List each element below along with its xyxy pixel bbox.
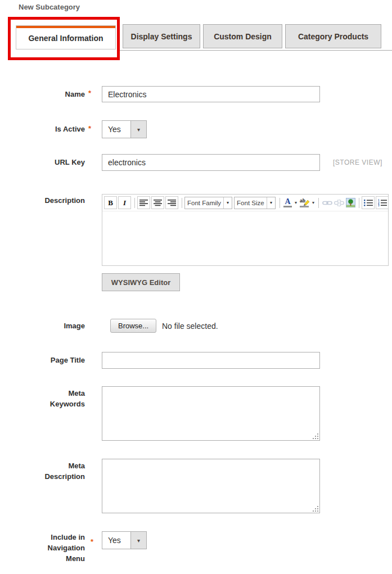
chevron-down-icon: ▾ bbox=[130, 121, 146, 138]
font-size-label: Font Size bbox=[235, 197, 267, 209]
url-key-label: URL Key bbox=[0, 154, 85, 171]
meta-keywords-label: Meta Keywords bbox=[34, 388, 85, 409]
meta-description-textarea[interactable] bbox=[102, 459, 320, 513]
editor-toolbar: B I Font Family ▾ Font Size ▾ bbox=[102, 195, 388, 211]
file-status-text: No file selected. bbox=[162, 319, 218, 333]
align-center-icon[interactable] bbox=[151, 196, 164, 209]
tab-label: Display Settings bbox=[131, 32, 192, 41]
name-input[interactable] bbox=[102, 86, 320, 102]
bullet-list-icon[interactable] bbox=[362, 196, 375, 209]
store-view-scope-note: [STORE VIEW] bbox=[333, 154, 382, 171]
image-label: Image bbox=[0, 319, 85, 333]
include-in-menu-field-row: Include in Navigation Menu * Yes ▾ bbox=[0, 531, 392, 568]
bold-icon[interactable]: B bbox=[104, 196, 117, 209]
insert-link-icon[interactable] bbox=[321, 197, 333, 209]
font-family-dropdown[interactable]: Font Family ▾ bbox=[184, 197, 232, 209]
svg-text:3: 3 bbox=[378, 204, 380, 206]
align-right-icon[interactable] bbox=[165, 196, 178, 209]
required-mark: * bbox=[88, 89, 91, 97]
description-wysiwyg-editor: B I Font Family ▾ Font Size ▾ bbox=[102, 194, 389, 266]
description-label: Description bbox=[0, 195, 85, 206]
italic-icon[interactable]: I bbox=[118, 196, 131, 209]
resize-grip-icon[interactable] bbox=[317, 510, 318, 512]
url-key-input[interactable] bbox=[102, 154, 320, 171]
select-value: Yes bbox=[102, 121, 130, 138]
resize-grip-icon[interactable] bbox=[317, 438, 318, 439]
chevron-down-icon: ▾ bbox=[130, 532, 146, 549]
meta-keywords-textarea[interactable] bbox=[102, 386, 320, 441]
new-subcategory-page: New Subcategory General Information Disp… bbox=[0, 0, 392, 574]
name-label: Name bbox=[0, 86, 85, 102]
toolbar-separator bbox=[134, 198, 135, 208]
tab-category-products[interactable]: Category Products bbox=[285, 24, 381, 48]
tab-display-settings[interactable]: Display Settings bbox=[123, 24, 200, 48]
page-title: New Subcategory bbox=[19, 3, 80, 11]
toolbar-separator bbox=[280, 198, 280, 208]
name-field-row: Name * bbox=[0, 86, 392, 102]
text-color-icon[interactable]: A bbox=[282, 198, 293, 207]
chevron-down-icon: ▾ bbox=[267, 197, 275, 209]
wysiwyg-editor-button[interactable]: WYSIWYG Editor bbox=[102, 273, 180, 291]
page-title-input[interactable] bbox=[102, 352, 320, 369]
tabs-divider bbox=[118, 50, 392, 51]
meta-description-label: Meta Description bbox=[34, 460, 85, 482]
insert-image-icon[interactable] bbox=[345, 197, 357, 209]
numbered-list-icon[interactable]: 123 bbox=[376, 196, 389, 209]
include-in-menu-select[interactable]: Yes ▾ bbox=[102, 531, 147, 549]
description-editor-body[interactable] bbox=[102, 211, 388, 265]
highlight-color-icon[interactable]: ab bbox=[299, 197, 310, 209]
align-left-icon[interactable] bbox=[137, 196, 150, 209]
select-value: Yes bbox=[102, 532, 130, 549]
font-family-label: Font Family bbox=[185, 197, 223, 209]
unlink-icon[interactable] bbox=[333, 197, 345, 209]
is-active-select[interactable]: Yes ▾ bbox=[102, 120, 147, 138]
page-title-label: Page Title bbox=[0, 352, 85, 369]
include-in-menu-label: Include in Navigation Menu bbox=[34, 532, 85, 564]
browse-button[interactable]: Browse... bbox=[110, 319, 156, 333]
toolbar-separator bbox=[318, 198, 319, 208]
required-mark: * bbox=[91, 537, 93, 546]
chevron-down-icon[interactable]: ▾ bbox=[310, 200, 316, 205]
active-tab-accent-bar bbox=[16, 26, 115, 28]
required-mark: * bbox=[88, 124, 91, 133]
tab-general-information[interactable]: General Information bbox=[16, 25, 116, 49]
is-active-field-row: Is Active * Yes ▾ bbox=[0, 120, 392, 138]
tab-label: Custom Design bbox=[214, 32, 272, 41]
chevron-down-icon: ▾ bbox=[223, 197, 232, 209]
toolbar-separator bbox=[182, 198, 182, 208]
font-size-dropdown[interactable]: Font Size ▾ bbox=[234, 197, 276, 209]
is-active-label: Is Active bbox=[0, 120, 85, 138]
page-title-field-row: Page Title bbox=[0, 352, 392, 369]
svg-text:ab: ab bbox=[300, 198, 305, 204]
tab-label: Category Products bbox=[298, 32, 368, 41]
tab-custom-design[interactable]: Custom Design bbox=[203, 24, 282, 48]
toolbar-separator bbox=[359, 198, 359, 208]
chevron-down-icon[interactable]: ▾ bbox=[293, 200, 299, 205]
tab-label: General Information bbox=[28, 32, 103, 43]
meta-keywords-field-row: Meta Keywords bbox=[0, 386, 392, 441]
meta-description-field-row: Meta Description bbox=[0, 459, 392, 513]
